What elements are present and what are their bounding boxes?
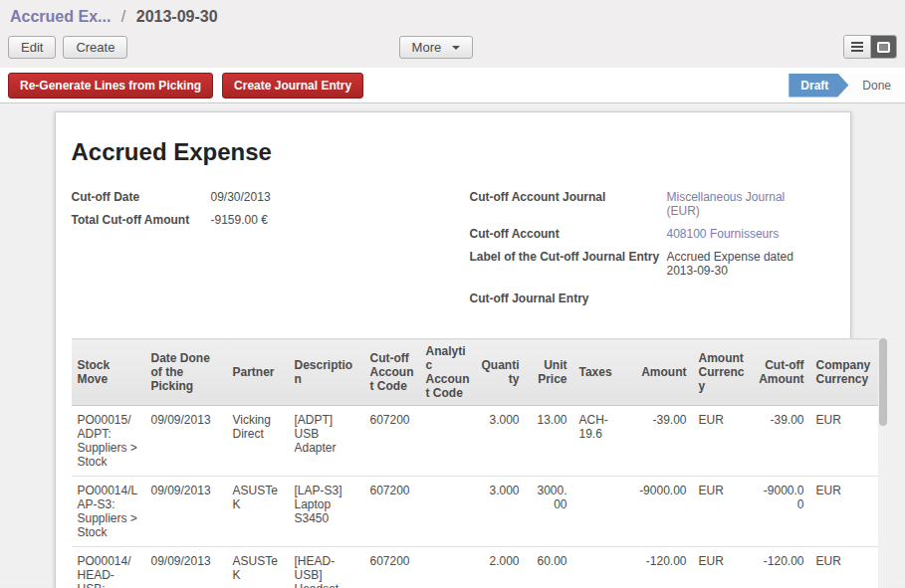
cell-cutoff-amount: -120.00: [753, 547, 810, 588]
cell-taxes: ACH-19.6: [573, 406, 631, 477]
field-groups: Cut-off Date 09/30/2013 Total Cut-off Am…: [72, 190, 834, 314]
cell-cutoff-account-code: 607200: [364, 477, 420, 547]
regenerate-lines-button[interactable]: Re-Generate Lines from Picking: [8, 73, 213, 98]
field-value-cutoff-date: 09/30/2013: [211, 190, 271, 204]
breadcrumb-current: 2013-09-30: [136, 8, 218, 25]
column-header-unit-price[interactable]: Unit Price: [526, 339, 573, 406]
cell-partner: Vicking Direct: [227, 406, 289, 477]
view-switcher: [843, 35, 897, 59]
more-group: More: [399, 36, 473, 59]
field-label-journal-entry-label: Label of the Cut-off Journal Entry: [470, 250, 667, 278]
breadcrumb-parent[interactable]: Accrued Ex...: [10, 8, 111, 25]
field-cutoff-account-journal: Cut-off Account Journal Miscellaneous Jo…: [470, 190, 834, 218]
create-button[interactable]: Create: [63, 36, 127, 59]
cell-company-currency: EUR: [810, 406, 878, 477]
cell-quantity: 2.000: [476, 547, 526, 588]
field-cutoff-account: Cut-off Account 408100 Fournisseurs: [470, 227, 834, 241]
status-row: Re-Generate Lines from Picking Create Jo…: [0, 68, 905, 103]
field-label-total-cutoff-amount: Total Cut-off Amount: [72, 213, 211, 227]
cell-amount-currency: EUR: [693, 477, 753, 547]
table-scrollbar[interactable]: [879, 338, 887, 588]
cell-company-currency: EUR: [810, 547, 878, 588]
cell-unit-price: 13.00: [526, 406, 573, 477]
cutoff-lines-table-wrap: Stock Move Date Done of the Picking Part…: [72, 338, 878, 588]
main-content: Accrued Expense Cut-off Date 09/30/2013 …: [0, 103, 905, 586]
field-label-cutoff-journal-entry: Cut-off Journal Entry: [470, 292, 667, 305]
column-header-quantity[interactable]: Quantity: [476, 339, 526, 406]
table-row[interactable]: PO00014/HEAD-USB: Suppliers > Stock 09/0…: [72, 547, 878, 588]
cell-quantity: 3.000: [476, 406, 526, 477]
cell-date-done: 09/09/2013: [145, 477, 227, 547]
cell-cutoff-account-code: 607200: [364, 547, 420, 588]
column-header-cutoff-account-code[interactable]: Cut-off Account Code: [364, 339, 420, 406]
cell-description: [ADPT] USB Adapter: [289, 406, 364, 477]
column-header-company-currency[interactable]: Company Currency: [810, 339, 878, 406]
column-header-description[interactable]: Description: [289, 339, 364, 406]
field-cutoff-journal-entry-label: Label of the Cut-off Journal Entry Accru…: [470, 250, 834, 278]
cutoff-lines-table: Stock Move Date Done of the Picking Part…: [72, 338, 878, 588]
cell-taxes: [573, 477, 631, 547]
cell-taxes: [573, 547, 631, 588]
field-group-right: Cut-off Account Journal Miscellaneous Jo…: [470, 190, 834, 314]
field-label-cutoff-account: Cut-off Account: [470, 227, 667, 241]
column-header-analytic-account-code[interactable]: Analytic Account Code: [420, 339, 476, 406]
edit-button[interactable]: Edit: [8, 36, 56, 59]
statusbar: Draft Done: [789, 74, 905, 98]
table-row[interactable]: PO00015/ADPT: Suppliers > Stock 09/09/20…: [72, 406, 878, 477]
cell-partner: ASUSTeK: [227, 477, 289, 547]
column-header-amount-currency[interactable]: Amount Currency: [693, 339, 753, 406]
more-button-label: More: [412, 40, 442, 55]
cell-partner: ASUSTeK: [227, 547, 289, 588]
cell-amount-currency: EUR: [693, 406, 753, 477]
list-view-icon: [851, 40, 863, 54]
form-view-icon: [877, 42, 890, 53]
table-header-row: Stock Move Date Done of the Picking Part…: [72, 339, 878, 406]
field-value-cutoff-account-journal[interactable]: Miscellaneous Journal (EUR): [667, 190, 798, 218]
field-label-cutoff-account-journal: Cut-off Account Journal: [470, 190, 667, 218]
cell-stock-move: PO00014/LAP-S3: Suppliers > Stock: [72, 477, 145, 547]
accrued-expense-page: Accrued Ex... / 2013-09-30 Edit Create M…: [0, 0, 905, 586]
column-header-date-done[interactable]: Date Done of the Picking: [145, 339, 227, 406]
more-button[interactable]: More: [399, 36, 473, 59]
cell-cutoff-account-code: 607200: [364, 406, 420, 477]
field-total-cutoff-amount: Total Cut-off Amount -9159.00 €: [72, 213, 470, 227]
column-header-cutoff-amount[interactable]: Cut-off Amount: [753, 339, 810, 406]
cell-analytic-account-code: [420, 477, 476, 547]
top-header: Accrued Ex... / 2013-09-30 Edit Create M…: [0, 0, 905, 68]
status-done[interactable]: Done: [848, 74, 905, 98]
cell-analytic-account-code: [420, 547, 476, 588]
field-value-journal-entry-label: Accrued Expense dated 2013-09-30: [667, 250, 798, 278]
create-journal-entry-button[interactable]: Create Journal Entry: [222, 73, 363, 98]
field-value-cutoff-account[interactable]: 408100 Fournisseurs: [667, 227, 780, 241]
column-header-amount[interactable]: Amount: [631, 339, 693, 406]
cell-quantity: 3.000: [476, 477, 526, 547]
field-value-total-cutoff-amount: -9159.00 €: [211, 213, 268, 227]
column-header-partner[interactable]: Partner: [227, 339, 289, 406]
column-header-stock-move[interactable]: Stock Move: [72, 339, 145, 406]
cell-amount: -9000.00: [631, 477, 693, 547]
caret-down-icon: [452, 46, 460, 50]
status-draft[interactable]: Draft: [789, 74, 848, 98]
table-scrollbar-thumb[interactable]: [879, 338, 887, 426]
field-group-left: Cut-off Date 09/30/2013 Total Cut-off Am…: [72, 190, 470, 314]
edit-create-group: Edit Create: [8, 36, 127, 59]
cell-unit-price: 60.00: [526, 547, 573, 588]
cell-description: [HEAD-USB] Headset USB: [289, 547, 364, 588]
cell-description: [LAP-S3] Laptop S3450: [289, 477, 364, 547]
cell-date-done: 09/09/2013: [145, 547, 227, 588]
list-view-button[interactable]: [844, 36, 870, 58]
field-cutoff-journal-entry: Cut-off Journal Entry: [470, 292, 834, 305]
cell-analytic-account-code: [420, 406, 476, 477]
cell-amount: -39.00: [631, 406, 693, 477]
column-header-taxes[interactable]: Taxes: [573, 339, 631, 406]
cell-cutoff-amount: -9000.00: [753, 477, 810, 547]
breadcrumb: Accrued Ex... / 2013-09-30: [8, 6, 897, 35]
table-row[interactable]: PO00014/LAP-S3: Suppliers > Stock 09/09/…: [72, 477, 878, 547]
form-view-button[interactable]: [870, 36, 896, 58]
field-cutoff-date: Cut-off Date 09/30/2013: [72, 190, 470, 204]
cell-stock-move: PO00015/ADPT: Suppliers > Stock: [72, 406, 145, 477]
page-title: Accrued Expense: [72, 138, 834, 166]
cell-cutoff-amount: -39.00: [753, 406, 810, 477]
cell-company-currency: EUR: [810, 477, 878, 547]
field-label-cutoff-date: Cut-off Date: [72, 190, 211, 204]
